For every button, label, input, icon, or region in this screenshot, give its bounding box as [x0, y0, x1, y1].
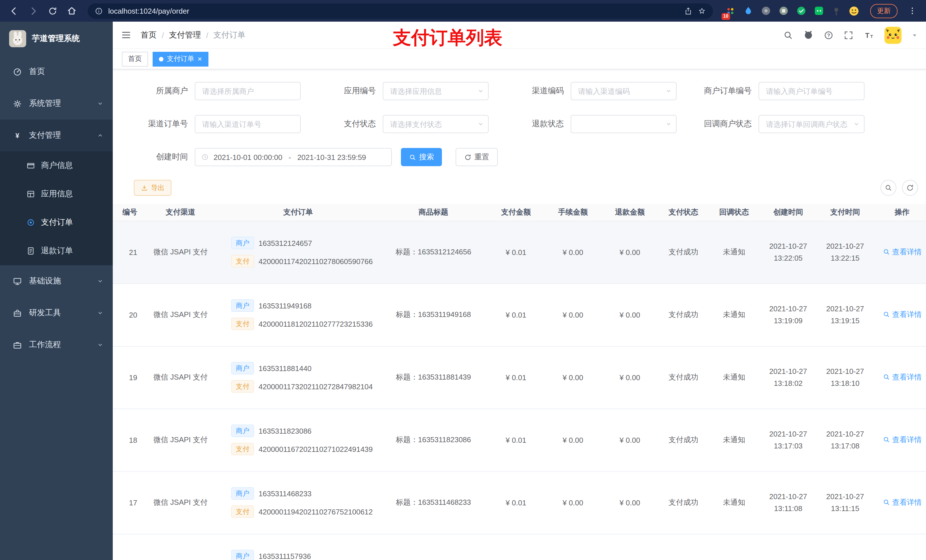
topbar: 首页 / 支付管理 / 支付订单 支付订单列表 ?: [113, 22, 926, 49]
filter-label: 渠道订单号: [113, 119, 195, 129]
help-icon[interactable]: ?: [823, 30, 834, 40]
app-logo[interactable]: 芋道管理系统: [0, 22, 113, 56]
tab-home[interactable]: 首页: [122, 51, 148, 66]
refund-status-filter-select[interactable]: [570, 115, 676, 133]
cell-notify: 未通知: [708, 471, 760, 534]
sidebar-item-home[interactable]: 首页: [0, 56, 113, 88]
pay-status-filter-select[interactable]: [383, 115, 489, 133]
view-detail-link[interactable]: 查看详情: [882, 247, 922, 257]
svg-text:¥: ¥: [15, 131, 20, 139]
toggle-search-button[interactable]: [881, 180, 896, 196]
sidebar-item-dev-tools[interactable]: 研发工具: [0, 297, 113, 329]
sidebar-item-app-info[interactable]: 应用信息: [0, 180, 113, 208]
reset-button[interactable]: 重置: [455, 148, 498, 166]
browser-home-icon[interactable]: [64, 3, 80, 19]
check-extension-icon[interactable]: [795, 5, 807, 17]
channel-code-filter-select[interactable]: [570, 82, 676, 100]
cell-pay-order: 商户 1635311881440 支付 42000011732021102728…: [217, 346, 379, 409]
sidebar-item-label: 退款订单: [41, 246, 73, 256]
sidebar-item-pay[interactable]: ¥ 支付管理: [0, 119, 113, 151]
cell-status: 支付成功: [658, 471, 708, 534]
emoji-extension-icon[interactable]: [848, 5, 860, 17]
merchant-order-no-input[interactable]: [758, 82, 864, 100]
active-tab-dot: [159, 57, 163, 61]
sidebar: 芋道管理系统 首页 系统管理 ¥: [0, 22, 113, 560]
cell-refund: ¥ 0.00: [601, 471, 658, 534]
view-detail-link[interactable]: 查看详情: [882, 309, 922, 320]
notify-status-filter-select[interactable]: [758, 115, 864, 133]
table-row: 20 微信 JSAPI 支付 商户 1635311949168: [113, 284, 926, 346]
browser-reload-icon[interactable]: [44, 3, 61, 19]
tags-view-bar: 首页 支付订单 ×: [113, 49, 926, 69]
extension-badge: 10: [722, 13, 730, 20]
chat-extension-icon[interactable]: [813, 5, 825, 17]
pay-tag: 支付: [231, 506, 254, 518]
cell-paid: 2021-10-2713:19:15: [817, 284, 874, 346]
extension-icon-3[interactable]: [760, 5, 772, 17]
app-id-filter-select[interactable]: [383, 82, 489, 100]
sidebar-collapse-icon[interactable]: [121, 30, 132, 41]
close-tab-icon[interactable]: ×: [198, 55, 202, 63]
breadcrumb-section[interactable]: 支付管理: [169, 30, 201, 40]
yen-icon: ¥: [12, 131, 22, 140]
fullscreen-icon[interactable]: [843, 30, 854, 40]
user-avatar[interactable]: [884, 26, 902, 44]
cell-channel: 微信 JSAPI 支付: [144, 221, 217, 284]
table-row: 19 微信 JSAPI 支付 商户 1635311881440: [113, 346, 926, 409]
col-channel: 支付渠道: [144, 204, 217, 221]
browser-back-icon[interactable]: [6, 3, 22, 19]
sidebar-item-merchant-info[interactable]: 商户信息: [0, 151, 113, 180]
filter-channel-code: 渠道编码: [489, 82, 676, 100]
address-bar[interactable]: localhost:1024/pay/order: [88, 3, 713, 18]
sidebar-item-workflow[interactable]: 工作流程: [0, 329, 113, 361]
cell-actions: 查看详情: [874, 284, 926, 346]
view-detail-link[interactable]: 查看详情: [882, 497, 922, 508]
sidebar-item-system[interactable]: 系统管理: [0, 88, 113, 119]
filter-channel-order-no: 渠道订单号: [113, 115, 301, 133]
create-time-range-picker[interactable]: 2021-10-01 00:00:00 - 2021-10-31 23:59:5…: [195, 148, 392, 166]
cell-title: [379, 534, 487, 560]
cell-channel: 微信 JSAPI 支付: [144, 346, 217, 409]
font-size-icon[interactable]: TT: [863, 30, 875, 40]
pay-submenu: 商户信息 应用信息 支付订单: [0, 151, 113, 265]
sidebar-item-label: 支付管理: [29, 130, 61, 140]
refresh-table-button[interactable]: [902, 180, 918, 196]
cell-id: 20: [113, 284, 144, 346]
browser-update-button[interactable]: 更新: [870, 4, 897, 18]
share-icon[interactable]: [684, 6, 693, 15]
search-button[interactable]: 搜索: [401, 148, 442, 166]
site-info-icon[interactable]: [95, 6, 103, 15]
view-detail-link[interactable]: 查看详情: [882, 372, 922, 382]
sidebar-item-label: 应用信息: [41, 189, 73, 199]
extension-icon-4[interactable]: [777, 5, 789, 17]
view-detail-link[interactable]: 查看详情: [882, 435, 922, 445]
filter-label: 渠道编码: [489, 86, 570, 96]
credit-card-icon: [26, 161, 35, 170]
cell-notify: [708, 534, 760, 560]
toolbox-icon: [12, 308, 22, 318]
browser-forward-icon[interactable]: [25, 3, 41, 19]
breadcrumb-home[interactable]: 首页: [141, 30, 157, 40]
cell-amount: ¥ 0.01: [487, 409, 545, 471]
avatar-caret-icon[interactable]: [911, 32, 918, 38]
sidebar-item-refund-order[interactable]: 退款订单: [0, 237, 113, 265]
sidebar-item-pay-order[interactable]: 支付订单: [0, 208, 113, 237]
cell-id: 19: [113, 346, 144, 409]
sidebar-item-infrastructure[interactable]: 基础设施: [0, 265, 113, 297]
tab-pay-order[interactable]: 支付订单 ×: [153, 51, 208, 66]
col-fee: 手续金额: [545, 204, 601, 221]
export-button[interactable]: 导出: [134, 180, 171, 196]
drop-extension-icon[interactable]: [742, 5, 754, 17]
bookmark-star-icon[interactable]: [698, 6, 706, 15]
merchant-filter-input[interactable]: [195, 82, 301, 100]
col-actions: 操作: [874, 204, 926, 221]
extension-grid-icon[interactable]: 10: [725, 5, 736, 17]
browser-menu-icon[interactable]: [904, 3, 920, 19]
pin-extension-icon[interactable]: [830, 5, 842, 17]
channel-order-no-input[interactable]: [195, 115, 301, 133]
github-icon[interactable]: [803, 30, 814, 41]
cell-pay-order: 商户 1635311949168 支付 42000011812021102777…: [217, 284, 379, 346]
filter-merchant: 所属商户: [113, 82, 301, 100]
filter-label: 所属商户: [113, 86, 195, 96]
search-icon[interactable]: [783, 30, 793, 40]
